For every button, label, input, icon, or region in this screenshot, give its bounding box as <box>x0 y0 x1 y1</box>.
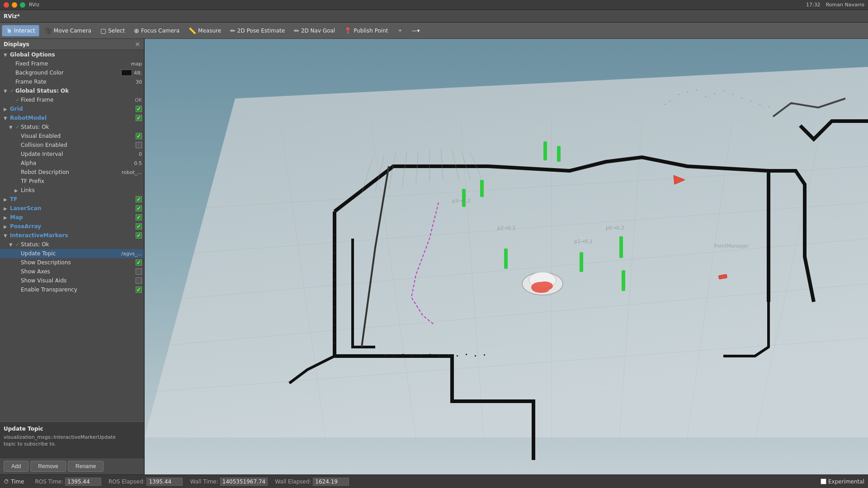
pose-array-checkbox[interactable] <box>136 223 142 230</box>
robot-model-row[interactable]: ▼ RobotModel <box>0 113 144 122</box>
measure-label: Measure <box>198 28 221 34</box>
svg-rect-18 <box>714 93 715 94</box>
map-row[interactable]: ▶ Map <box>0 213 144 222</box>
im-status-row[interactable]: ▼ ✓ Status: Ok <box>0 240 144 249</box>
pose-array-row[interactable]: ▶ PoseArray <box>0 222 144 231</box>
focus-camera-button[interactable]: ⊕ Focus Camera <box>130 25 184 37</box>
show-visual-aids-row[interactable]: Show Visual Aids <box>0 276 144 285</box>
laser-scan-label: LaserScan <box>10 205 134 211</box>
displays-close-button[interactable]: ✕ <box>135 41 140 48</box>
svg-rect-66 <box>557 146 561 162</box>
ros-elapsed-value: 1395.44 <box>146 478 183 486</box>
minimize-button[interactable] <box>12 2 17 8</box>
show-descriptions-row[interactable]: Show Descriptions <box>0 258 144 267</box>
publish-point-button[interactable]: 📍 Publish Point <box>340 25 392 37</box>
collision-enabled-row[interactable]: Collision Enabled <box>0 141 144 150</box>
global-status-row[interactable]: ▼ ✓ Global Status: Ok <box>0 86 144 95</box>
bg-color-row[interactable]: Background Color 48; <box>0 68 144 77</box>
fixed-frame-status-row[interactable]: ✓ Fixed Frame OK <box>0 95 144 104</box>
rename-button[interactable]: Rename <box>68 461 104 472</box>
nav-goal-button[interactable]: ✏ 2D Nav Goal <box>290 25 339 37</box>
global-status-label: Global Status: Ok <box>15 88 142 94</box>
viewport-canvas[interactable]: p3→0.2 p2→0.2 p0→0.2 p1→0.2 PointManager <box>145 39 868 474</box>
robot-description-row[interactable]: Robot Description robot_... <box>0 168 144 177</box>
add-button[interactable]: Add <box>4 461 28 472</box>
experimental-section[interactable]: Experimental <box>821 479 864 485</box>
experimental-checkbox[interactable] <box>821 479 826 484</box>
tf-prefix-label: TF Prefix <box>21 178 142 184</box>
show-descriptions-checkbox[interactable] <box>136 259 142 266</box>
maximize-button[interactable] <box>20 2 25 8</box>
show-visual-aids-checkbox[interactable] <box>136 277 142 284</box>
info-panel-text: visualization_msgs::InteractiveMarkerUpd… <box>4 434 140 448</box>
enable-transparency-row[interactable]: Enable Transparency <box>0 285 144 294</box>
svg-rect-48 <box>475 355 476 357</box>
add-tool-button[interactable]: ＋ <box>393 24 407 37</box>
map-label: Map <box>10 214 134 221</box>
svg-rect-62 <box>334 343 335 344</box>
measure-button[interactable]: 📏 Measure <box>184 25 225 37</box>
scene-svg: p3→0.2 p2→0.2 p0→0.2 p1→0.2 PointManager <box>145 39 868 474</box>
robot-model-checkbox[interactable] <box>136 115 142 121</box>
global-options-row[interactable]: ▼ Global Options <box>0 50 144 59</box>
visual-enabled-checkbox[interactable] <box>136 133 142 139</box>
robot-description-label: Robot Description <box>21 169 120 175</box>
nav-goal-icon: ✏ <box>294 27 299 34</box>
ros-time-item: ROS Time: 1395.44 <box>35 478 101 486</box>
grid-checkbox[interactable] <box>136 106 142 112</box>
fixed-frame-row[interactable]: Fixed Frame map <box>0 59 144 68</box>
collision-enabled-checkbox[interactable] <box>136 142 142 148</box>
grid-row[interactable]: ▶ Grid <box>0 104 144 113</box>
robot-model-status-row[interactable]: ▼ ✓ Status: Ok <box>0 122 144 131</box>
svg-text:p2→0.2: p2→0.2 <box>497 225 516 231</box>
experimental-label: Experimental <box>828 479 864 485</box>
app-name: RViz <box>29 2 39 8</box>
interact-button[interactable]: 🖱 Interact <box>2 25 39 37</box>
show-axes-row[interactable]: Show Axes <box>0 267 144 276</box>
close-button[interactable] <box>4 2 9 8</box>
svg-rect-21 <box>741 98 742 99</box>
update-topic-row[interactable]: Update Topic /agvs_... <box>0 249 144 258</box>
svg-rect-24 <box>665 104 665 105</box>
svg-rect-39 <box>393 355 395 357</box>
svg-rect-49 <box>484 354 485 356</box>
viewport[interactable]: p3→0.2 p2→0.2 p0→0.2 p1→0.2 PointManager <box>145 39 868 474</box>
window-controls[interactable] <box>4 2 25 8</box>
enable-transparency-checkbox[interactable] <box>136 286 142 293</box>
alpha-row[interactable]: Alpha 0.5 <box>0 159 144 168</box>
update-interval-row[interactable]: Update Interval 0 <box>0 150 144 159</box>
interactive-markers-row[interactable]: ▼ InteractiveMarkers <box>0 231 144 240</box>
svg-rect-45 <box>448 354 449 356</box>
move-camera-button[interactable]: 🎥 Move Camera <box>40 25 95 37</box>
im-status-check: ✓ <box>15 241 20 248</box>
tf-label: TF <box>10 196 134 202</box>
laser-scan-checkbox[interactable] <box>136 205 142 211</box>
links-label: Links <box>21 187 142 193</box>
select-button[interactable]: ▢ Select <box>96 25 129 37</box>
update-interval-value: 0 <box>139 151 142 157</box>
wall-time-item: Wall Time: 1405351967.74 <box>190 478 268 486</box>
clock: 17:32 <box>806 2 821 8</box>
tool-options-button[interactable]: —▾ <box>408 25 424 36</box>
tf-prefix-row[interactable]: TF Prefix <box>0 177 144 186</box>
tf-checkbox[interactable] <box>136 196 142 202</box>
fixed-frame-label: Fixed Frame <box>15 61 129 67</box>
tf-row[interactable]: ▶ TF <box>0 195 144 204</box>
interact-icon: 🖱 <box>6 27 12 34</box>
ros-elapsed-item: ROS Elapsed: 1395.44 <box>108 478 183 486</box>
info-panel-title: Update Topic <box>4 426 140 432</box>
frame-rate-row[interactable]: Frame Rate 30 <box>0 77 144 86</box>
pose-estimate-button[interactable]: ✏ 2D Pose Estimate <box>226 25 289 37</box>
laser-scan-row[interactable]: ▶ LaserScan <box>0 204 144 213</box>
svg-rect-15 <box>687 92 688 93</box>
visual-enabled-row[interactable]: Visual Enabled <box>0 131 144 141</box>
show-axes-checkbox[interactable] <box>136 268 142 275</box>
svg-text:p0→0.2: p0→0.2 <box>606 225 624 231</box>
svg-text:p1→0.2: p1→0.2 <box>574 239 593 244</box>
enable-transparency-label: Enable Transparency <box>21 286 134 293</box>
remove-button[interactable]: Remove <box>30 461 66 472</box>
username: Roman Navarro <box>826 2 864 8</box>
links-row[interactable]: ▶ Links <box>0 186 144 195</box>
map-checkbox[interactable] <box>136 214 142 221</box>
interactive-markers-checkbox[interactable] <box>136 232 142 239</box>
